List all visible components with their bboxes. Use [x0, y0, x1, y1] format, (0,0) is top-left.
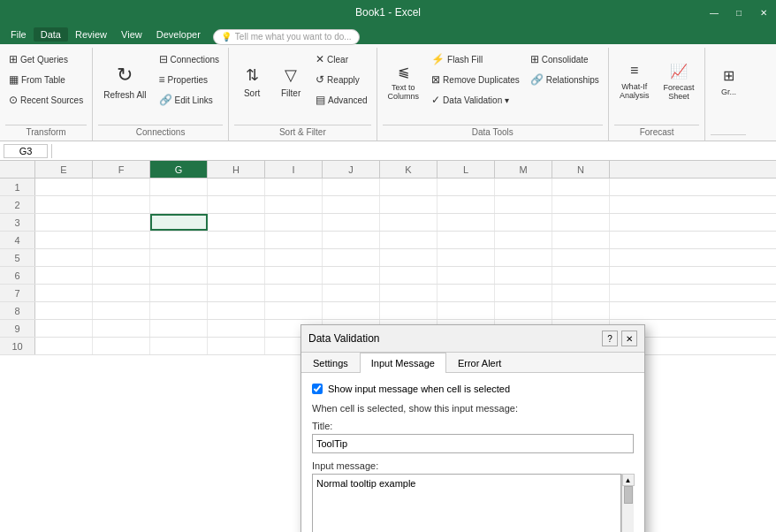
relationships-label: Relationships: [546, 75, 599, 85]
recent-sources-button[interactable]: ⊙ Recent Sources: [5, 90, 87, 110]
sort-button[interactable]: ⇅ Sort: [234, 49, 270, 113]
title-field-input[interactable]: [312, 434, 634, 453]
maximize-button[interactable]: □: [727, 0, 751, 25]
show-message-row: Show input message when cell is selected: [312, 384, 634, 394]
reapply-label: Reapply: [327, 75, 360, 85]
edit-links-label: Edit Links: [175, 95, 213, 105]
transform-content: ⊞ Get Queries ▦ From Table ⊙ Recent Sour…: [5, 49, 87, 123]
minimize-button[interactable]: —: [702, 0, 727, 25]
forecast-sheet-button[interactable]: 📈 ForecastSheet: [658, 49, 699, 113]
sort-filter-content: ⇅ Sort ▽ Filter ✕ Clear ↺ Reapply ▤ Adva…: [234, 49, 370, 123]
menu-file[interactable]: File: [4, 27, 34, 42]
filter-icon: ▽: [285, 65, 297, 85]
title-field-group: Title:: [312, 421, 634, 453]
edit-links-button[interactable]: 🔗 Edit Links: [156, 90, 224, 110]
tab-error-alert[interactable]: Error Alert: [446, 353, 514, 373]
title-bar-controls: — □ ✕: [702, 0, 776, 25]
ribbon-group-connections: ↻ Refresh All ⊟ Connections ≡ Properties…: [93, 48, 229, 141]
textarea-scrollbar[interactable]: ▲ ▼: [621, 474, 634, 532]
show-message-label: Show input message when cell is selected: [328, 384, 510, 394]
input-message-textarea[interactable]: Normal tooltip example: [312, 474, 621, 532]
forecast-group-label: Forecast: [614, 125, 700, 139]
data-tools-group-label: Data Tools: [383, 125, 603, 139]
dialog-close-button[interactable]: ✕: [621, 331, 637, 346]
connections-col: ⊟ Connections ≡ Properties 🔗 Edit Links: [156, 49, 224, 110]
connections-label: Connections: [171, 55, 220, 65]
group-extra-button[interactable]: ⊞ Gr...: [711, 49, 746, 113]
tell-me-input[interactable]: 💡 Tell me what you want to do...: [213, 29, 360, 45]
from-table-button[interactable]: ▦ From Table: [5, 70, 87, 89]
ribbon-group-data-tools: ⫹ Text toColumns ⚡ Flash Fill ⊠ Remove D…: [377, 48, 609, 141]
from-table-icon: ▦: [9, 73, 19, 86]
dialog-tabs: Settings Input Message Error Alert: [301, 353, 644, 373]
textarea-wrapper: Normal tooltip example ▲ ▼: [312, 474, 634, 532]
data-tools-content: ⫹ Text toColumns ⚡ Flash Fill ⊠ Remove D…: [383, 49, 603, 123]
connections-button[interactable]: ⊟ Connections: [156, 49, 224, 69]
get-queries-label: Get Queries: [20, 55, 68, 65]
filter-button[interactable]: ▽ Filter: [273, 49, 308, 113]
flash-fill-icon: ⚡: [431, 53, 445, 65]
flash-fill-button[interactable]: ⚡ Flash Fill: [428, 49, 523, 69]
forecast-sheet-icon: 📈: [670, 63, 688, 80]
dialog-title-controls: ? ✕: [602, 331, 637, 346]
transform-col: ⊞ Get Queries ▦ From Table ⊙ Recent Sour…: [5, 49, 87, 110]
refresh-button[interactable]: ↻ Refresh All: [98, 49, 151, 113]
dialog-body: Show input message when cell is selected…: [301, 373, 644, 532]
ribbon-group-transform: ⊞ Get Queries ▦ From Table ⊙ Recent Sour…: [0, 48, 93, 141]
sort-filter-group-label: Sort & Filter: [234, 125, 370, 139]
formula-bar: G3: [0, 141, 776, 161]
forecast-content: ≡ What-IfAnalysis 📈 ForecastSheet: [614, 49, 700, 123]
scrollbar-thumb[interactable]: [624, 486, 633, 504]
menu-data[interactable]: Data: [34, 27, 68, 42]
scrollbar-arrow-up[interactable]: ▲: [622, 474, 635, 486]
flash-fill-label: Flash Fill: [447, 55, 483, 65]
reapply-button[interactable]: ↺ Reapply: [312, 70, 370, 89]
menu-view[interactable]: View: [114, 27, 149, 42]
clear-button[interactable]: ✕ Clear: [312, 49, 370, 69]
menu-developer[interactable]: Developer: [149, 27, 208, 42]
text-to-columns-label: Text toColumns: [388, 83, 420, 101]
menu-bar: File Data Review View Developer 💡 Tell m…: [0, 25, 776, 44]
consolidate-button[interactable]: ⊞ Consolidate: [527, 49, 603, 69]
ribbon-group-extra: ⊞ Gr...: [705, 48, 751, 141]
properties-icon: ≡: [159, 73, 165, 86]
tab-input-message[interactable]: Input Message: [360, 353, 446, 373]
name-box[interactable]: G3: [4, 144, 48, 158]
data-tools-col2: ⊞ Consolidate 🔗 Relationships: [527, 49, 603, 89]
tab-settings[interactable]: Settings: [301, 353, 360, 373]
text-to-columns-button[interactable]: ⫹ Text toColumns: [383, 49, 425, 113]
data-validation-button[interactable]: ✓ Data Validation ▾: [428, 90, 523, 110]
get-queries-button[interactable]: ⊞ Get Queries: [5, 49, 87, 69]
connections-content: ↻ Refresh All ⊟ Connections ≡ Properties…: [98, 49, 223, 123]
remove-duplicates-label: Remove Duplicates: [443, 75, 520, 85]
what-if-label: What-IfAnalysis: [620, 82, 650, 100]
message-field-label: Input message:: [312, 460, 634, 471]
ribbon-group-forecast: ≡ What-IfAnalysis 📈 ForecastSheet Foreca…: [609, 48, 706, 141]
dialog-title-bar: Data Validation ? ✕: [301, 325, 644, 353]
show-message-checkbox[interactable]: [312, 384, 323, 394]
extra-icon: ⊞: [723, 67, 734, 84]
remove-duplicates-button[interactable]: ⊠ Remove Duplicates: [428, 70, 523, 89]
from-table-label: From Table: [21, 75, 65, 85]
advanced-button[interactable]: ▤ Advanced: [312, 90, 370, 110]
close-button[interactable]: ✕: [751, 0, 776, 25]
ribbon-group-sort-filter: ⇅ Sort ▽ Filter ✕ Clear ↺ Reapply ▤ Adva…: [229, 48, 377, 141]
connections-icon: ⊟: [159, 53, 168, 65]
filter-col: ✕ Clear ↺ Reapply ▤ Advanced: [312, 49, 370, 110]
consolidate-label: Consolidate: [542, 55, 589, 65]
dialog-title: Data Validation: [308, 332, 380, 345]
what-if-icon: ≡: [630, 63, 638, 79]
what-if-button[interactable]: ≡ What-IfAnalysis: [614, 49, 655, 113]
menu-review[interactable]: Review: [68, 27, 114, 42]
data-validation-icon: ✓: [431, 94, 440, 106]
properties-button[interactable]: ≡ Properties: [156, 70, 224, 89]
title-field-label: Title:: [312, 421, 634, 431]
transform-group-label: Transform: [5, 125, 87, 139]
relationships-button[interactable]: 🔗 Relationships: [527, 70, 603, 89]
sort-icon: ⇅: [246, 65, 259, 85]
extra-content: ⊞ Gr...: [711, 49, 746, 133]
app-title: Book1 - Excel: [355, 6, 421, 19]
edit-links-icon: 🔗: [159, 94, 172, 106]
dialog-help-button[interactable]: ?: [602, 331, 618, 346]
main-content: E F G H I J K L M N 1: [0, 161, 776, 532]
